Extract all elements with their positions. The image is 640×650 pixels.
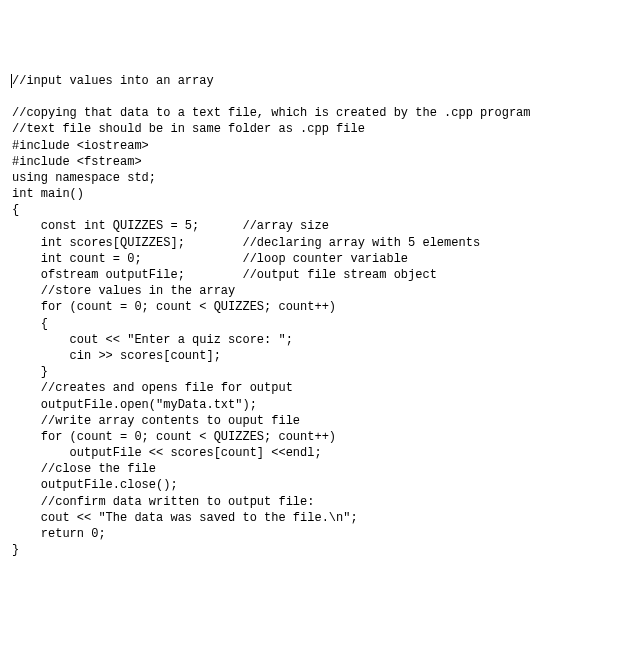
code-line: //text file should be in same folder as … <box>12 121 628 137</box>
code-line: outputFile.close(); <box>12 477 628 493</box>
code-line: } <box>12 364 628 380</box>
code-line: //copying that data to a text file, whic… <box>12 105 628 121</box>
code-line: for (count = 0; count < QUIZZES; count++… <box>12 299 628 315</box>
code-line: //confirm data written to output file: <box>12 494 628 510</box>
code-line: { <box>12 316 628 332</box>
code-line: } <box>12 542 628 558</box>
code-line: int main() <box>12 186 628 202</box>
code-line: cout << "Enter a quiz score: "; <box>12 332 628 348</box>
code-line: int scores[QUIZZES]; //declaring array w… <box>12 235 628 251</box>
code-line: outputFile << scores[count] <<endl; <box>12 445 628 461</box>
code-line: //input values into an array <box>12 73 628 89</box>
code-line: cin >> scores[count]; <box>12 348 628 364</box>
code-line: #include <fstream> <box>12 154 628 170</box>
code-line: cout << "The data was saved to the file.… <box>12 510 628 526</box>
code-line: //creates and opens file for output <box>12 380 628 396</box>
code-line: for (count = 0; count < QUIZZES; count++… <box>12 429 628 445</box>
code-line: ofstream outputFile; //output file strea… <box>12 267 628 283</box>
code-editor-area[interactable]: //input values into an array //copying t… <box>12 73 628 559</box>
code-line: //close the file <box>12 461 628 477</box>
code-line: //write array contents to ouput file <box>12 413 628 429</box>
code-line: { <box>12 202 628 218</box>
text-cursor <box>11 74 12 88</box>
code-line: return 0; <box>12 526 628 542</box>
code-line: const int QUIZZES = 5; //array size <box>12 218 628 234</box>
code-line: outputFile.open("myData.txt"); <box>12 397 628 413</box>
code-line: using namespace std; <box>12 170 628 186</box>
code-line: int count = 0; //loop counter variable <box>12 251 628 267</box>
code-line: //store values in the array <box>12 283 628 299</box>
code-line: #include <iostream> <box>12 138 628 154</box>
